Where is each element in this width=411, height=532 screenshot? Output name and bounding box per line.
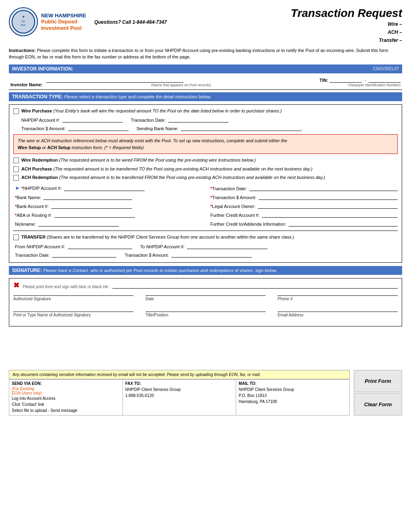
ach-redemption-row: ACH Redemption (The requested amount is … — [13, 175, 398, 181]
ach-redemption-checkbox[interactable] — [13, 175, 19, 181]
title-input[interactable] — [145, 307, 266, 312]
footer-eon-col: SEND VIA EON: (For Existing EON Users on… — [9, 380, 123, 415]
nhpdip-account-input[interactable] — [64, 185, 145, 191]
ach-purchase-row: ACH Purchase (The requested amount is to… — [13, 166, 398, 172]
phone-sig-label: Phone # — [278, 297, 398, 301]
authorized-sig-input[interactable] — [13, 291, 133, 296]
title-label: Title/Position — [145, 313, 266, 317]
investor-section-header: INVESTOR INFORMATION: CSGV2021.07 — [9, 64, 402, 73]
authorized-sig-label: Authorized Signature — [13, 297, 133, 301]
print-name-label: Print or Type Name of Authorized Signato… — [13, 313, 133, 317]
email-label: Email Address — [278, 313, 398, 317]
tx-amount-label: Transaction $ Amount: — [212, 195, 256, 200]
transfer-acct-row: From NHPDIP Account #: To NHPDIP Account… — [15, 243, 398, 249]
print-form-button[interactable]: Print Form — [354, 370, 402, 393]
sig-fields-row: Authorized Signature Date Phone # — [13, 291, 398, 301]
phone-sig-input[interactable] — [278, 291, 398, 296]
further-credit-label: Further Credit Account #: — [210, 213, 259, 218]
transfer-amount-label: Transaction $ Amount: — [125, 253, 169, 258]
nickname-label: Nickname: — [15, 222, 36, 227]
date-sig-label: Date — [145, 297, 266, 301]
sig-x-mark: ✖ — [13, 282, 19, 289]
wire-redemption-checkbox[interactable] — [13, 158, 19, 163]
to-acct-input[interactable] — [187, 243, 268, 249]
legal-account-input[interactable] — [258, 203, 398, 209]
wire-purchase-fields: NHPDIP Account #: Transaction Date: — [21, 116, 398, 123]
wire-purchase-fields-2: Transaction $ Amount: Sending Bank Name: — [21, 125, 398, 131]
wire-purchase-amount-input[interactable] — [68, 125, 129, 131]
transaction-date-input[interactable] — [249, 185, 398, 191]
investor-name-field-wrap: (Name that appears on Pool records) — [46, 77, 315, 87]
email-input[interactable] — [278, 307, 398, 312]
svg-text:NH: NH — [22, 20, 25, 23]
pink-notice: The wire or ACH instruction referenced b… — [13, 134, 398, 154]
further-credit-input[interactable] — [262, 212, 398, 218]
footer-notice: Any document containing sensitive inform… — [9, 370, 350, 379]
org-logo: ★ NH SEAL — [9, 7, 38, 36]
bank-name-label: Bank Name: — [17, 195, 41, 200]
bank-account-input[interactable] — [51, 203, 132, 209]
investor-name-row: Investor Name: (Name that appears on Poo… — [9, 77, 402, 87]
legal-acct-label: Legal Account Owner: — [212, 204, 255, 209]
button-area: Print Form Clear Form — [354, 370, 402, 416]
tin-input-2[interactable] — [368, 77, 401, 83]
page-title: Transaction Request — [291, 7, 402, 20]
ach-purchase-checkbox[interactable] — [13, 166, 19, 172]
svg-text:★: ★ — [22, 15, 25, 18]
footer-area: Any document containing sensitive inform… — [9, 370, 402, 416]
transfer-date-row: Transaction Date: Transaction $ Amount: — [15, 251, 398, 258]
further-credit-addenda-input[interactable] — [289, 220, 398, 227]
wire-purchase-checkbox[interactable] — [13, 108, 19, 114]
nickname-input[interactable] — [38, 220, 119, 227]
tin-wrap: TIN: - (Taxpayer Identification Number) — [320, 77, 401, 87]
wire-label: Wire – — [291, 21, 402, 28]
nhpdip-acct-label: NHPDIP Account #: — [23, 186, 62, 191]
to-acct-label: To NHPDIP Account #: — [140, 244, 185, 249]
from-acct-label: From NHPDIP Account #: — [15, 244, 65, 249]
sig-fields-row-2: Print or Type Name of Authorized Signato… — [13, 307, 398, 317]
wire-purchase-account-input[interactable] — [62, 116, 123, 123]
further-credit-addenda-label: Further Credit to/Addenda Information: — [210, 222, 286, 227]
from-acct-input[interactable] — [68, 243, 132, 249]
header-right: Transaction Request Wire – ACH – Transfe… — [291, 7, 402, 44]
transaction-section: Wire Purchase (Your Entity's bank will w… — [9, 104, 402, 263]
transfer-row: TRANSFER (Shares are to be transferred b… — [13, 234, 398, 240]
wire-purchase-row: Wire Purchase (Your Entity's bank will w… — [13, 108, 398, 114]
transaction-type-header: TRANSACTION TYPE: Please select a transa… — [9, 92, 402, 101]
footer-table: SEND VIA EON: (For Existing EON Users on… — [9, 379, 350, 416]
transfer-date-input[interactable] — [52, 251, 116, 258]
aba-routing-label: ABA or Routing #: — [17, 213, 52, 218]
investor-name-label: Investor Name: — [10, 82, 42, 87]
wire-purchase-date-input[interactable] — [168, 116, 228, 123]
phone-label: Questions? Call 1-844-464-7347 — [94, 19, 167, 25]
tin-input-1[interactable] — [330, 77, 362, 83]
transfer-amount-input[interactable] — [171, 251, 252, 258]
clear-form-button[interactable]: Clear Form — [354, 393, 402, 416]
org-name: NEW HAMPSHIRE Public Deposit Investment … — [41, 12, 86, 31]
transaction-amount-input[interactable] — [259, 194, 398, 200]
bank-name-input[interactable] — [44, 194, 132, 200]
header-center: Questions? Call 1-844-464-7347 — [86, 7, 291, 25]
aba-routing-input[interactable] — [54, 212, 135, 218]
signature-section: ✖ Please print form and sign with blue o… — [9, 278, 402, 326]
tx-date-label: Transaction Date: — [212, 186, 247, 191]
bank-acct-label: Bank Account #: — [17, 204, 49, 209]
ach-label: ACH – — [291, 29, 402, 36]
footer-fax-col: FAX TO: NHPDIP Client Services Group 1-8… — [123, 380, 237, 415]
transfer-label: Transfer – — [291, 37, 402, 44]
date-sig-input[interactable] — [145, 291, 266, 296]
wire-redemption-row: Wire Redemption (The requested amount is… — [13, 157, 398, 163]
transfer-checkbox[interactable] — [13, 235, 19, 240]
signature-section-header: SIGNATURE: Please have a Contact, who is… — [9, 266, 402, 275]
print-name-input[interactable] — [13, 307, 133, 312]
svg-text:SEAL: SEAL — [21, 24, 26, 26]
investor-name-input[interactable] — [46, 77, 183, 83]
transfer-date-label: Transaction Date: — [15, 253, 50, 258]
sig-notice: Please print form and sign with blue or … — [23, 285, 109, 289]
logo-area: ★ NH SEAL NEW HAMPSHIRE Public Deposit I… — [9, 7, 86, 36]
wire-purchase-bank-input[interactable] — [181, 125, 302, 131]
instructions: Instructions: Please complete this form … — [9, 47, 402, 60]
footer-mail-col: MAIL TO: NHPDIP Client Services Group P.… — [236, 380, 349, 415]
